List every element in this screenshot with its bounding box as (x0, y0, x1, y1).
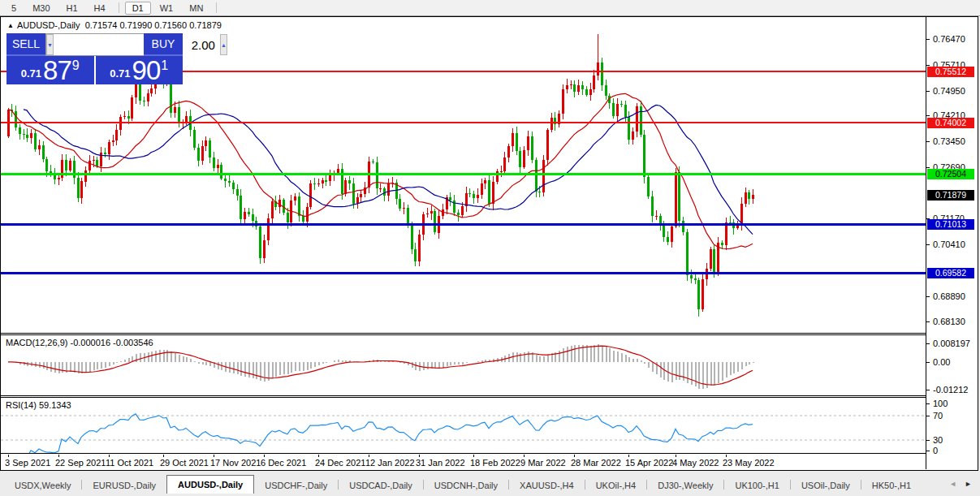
macd-tick-label: 0.00 (933, 357, 950, 367)
rsi-tick-label: 70 (933, 411, 943, 421)
tab-scroll-left-icon[interactable]: ◄ (949, 480, 956, 488)
tab-eurusddaily[interactable]: EURUSD-,Daily (82, 478, 166, 494)
date-tick-label: 24 Dec 2021 (315, 458, 365, 468)
toolbar-separator (216, 2, 217, 13)
date-tick-label: 29 Oct 2021 (160, 458, 209, 468)
timeframe-button-d1[interactable]: D1 (125, 2, 151, 15)
rsi-pane[interactable] (1, 398, 926, 453)
tab-ukoilh4[interactable]: UKOil-,H4 (585, 478, 647, 494)
date-tick-mark (369, 455, 369, 457)
date-tick-label: 9 Mar 2022 (520, 458, 566, 468)
rsi-tick-mark (926, 416, 930, 416)
date-tick-mark (524, 455, 525, 457)
volume-increase-icon[interactable]: ▲ (220, 34, 227, 55)
date-tick-mark (163, 455, 164, 457)
tab-uk100h1[interactable]: UK100-,H1 (724, 478, 789, 494)
date-tick-mark (58, 455, 59, 457)
buy-price-pip: 1 (161, 58, 168, 73)
buy-price-big: 90 (132, 58, 161, 83)
volume-stepper: ▼ ▲ (45, 33, 144, 56)
macd-tick-mark (926, 343, 930, 344)
horizontal-level-lines[interactable] (1, 71, 926, 273)
price-axis[interactable]: 0.764700.757100.749500.742100.734500.726… (926, 17, 978, 469)
price-tick-mark (926, 321, 930, 322)
rsi-tick-label: 0 (933, 446, 938, 455)
date-tick-mark (318, 455, 319, 457)
timeframe-button-mn[interactable]: MN (182, 2, 210, 15)
trading-terminal: 5M30H1H4D1W1MN ▲AUDUSD-,Daily 0.71574 0.… (0, 0, 980, 496)
buy-price-box[interactable]: 0.71901 (96, 56, 183, 84)
level-price-badge: 0.69582 (927, 268, 974, 278)
date-tick-label: 17 Nov 2021 (210, 458, 261, 468)
tab-usoildaily[interactable]: USOil-,Daily (791, 478, 861, 494)
tab-dj30weekly[interactable]: DJ30-,Weekly (647, 478, 723, 494)
date-tick-label: 6 Dec 2021 (261, 458, 306, 468)
price-tick-mark (926, 244, 930, 245)
date-tick-mark (676, 455, 676, 457)
date-tick-mark (109, 455, 110, 457)
sell-price-box[interactable]: 0.71879 (6, 56, 94, 84)
current-price-badge: 0.71879 (927, 190, 974, 201)
price-tick-mark (926, 39, 930, 40)
rsi-line (8, 414, 753, 453)
rsi-tick-label: 30 (933, 435, 943, 445)
chart-window: ▲AUDUSD-,Daily 0.71574 0.71990 0.71560 0… (0, 16, 978, 471)
tab-audusddaily[interactable]: AUDUSD-,Daily (166, 475, 254, 494)
sell-price-pip: 9 (72, 58, 80, 73)
price-tick-label: 0.73450 (933, 136, 965, 146)
buy-button[interactable]: BUY (144, 33, 183, 56)
macd-indicator-label: MACD(12,26,9) -0.000016 -0.003546 (6, 338, 153, 347)
tab-scroll-controls: ◄ ► (949, 480, 972, 488)
date-tick-mark (419, 455, 420, 457)
date-tick-label: 4 May 2022 (672, 458, 719, 468)
tab-xauusdh4[interactable]: XAUUSD-,H4 (509, 478, 585, 494)
tab-hk50h1[interactable]: HK50-,H1 (861, 478, 922, 494)
price-tick-mark (926, 115, 930, 116)
sell-button[interactable]: SELL (6, 33, 45, 56)
pane-separator[interactable] (1, 395, 926, 396)
macd-tick-mark (926, 390, 930, 390)
timeframe-button-w1[interactable]: W1 (153, 2, 181, 15)
macd-tick-mark (926, 362, 930, 363)
date-tick-label: 3 Sep 2021 (5, 458, 50, 468)
price-tick-label: 0.68130 (933, 317, 965, 326)
buy-price-prefix: 0.71 (110, 67, 130, 80)
price-tick-label: 0.68890 (933, 291, 965, 301)
timeframe-button-h1[interactable]: H1 (59, 2, 85, 15)
chart-tab-bar: USDX,WeeklyEURUSD-,DailyAUDUSD-,DailyUSD… (0, 475, 942, 494)
date-tick-mark (726, 455, 727, 457)
price-tick-label: 0.76470 (933, 34, 965, 44)
rsi-indicator-label: RSI(14) 59.1343 (6, 400, 71, 410)
price-tick-mark (926, 141, 930, 142)
date-tick-mark (8, 455, 9, 457)
rsi-tick-mark (926, 440, 930, 441)
date-tick-label: 12 Jan 2022 (365, 458, 415, 468)
volume-input[interactable] (54, 34, 220, 55)
timeframe-button-h4[interactable]: H4 (87, 2, 113, 15)
timeframe-button-m30[interactable]: M30 (25, 2, 57, 15)
tab-scroll-right-icon[interactable]: ► (965, 480, 972, 488)
macd-signal-line (8, 346, 753, 385)
date-tick-label: 18 Feb 2022 (470, 458, 520, 468)
rsi-tick-mark (926, 403, 930, 404)
tab-usdcnhdaily[interactable]: USDCNH-,Daily (424, 478, 508, 494)
date-tick-mark (214, 455, 214, 457)
price-tick-label: 0.74950 (933, 86, 965, 96)
timeframe-button-5[interactable]: 5 (4, 2, 24, 15)
date-tick-mark (264, 455, 265, 457)
date-axis[interactable]: 3 Sep 202122 Sep 202111 Oct 202129 Oct 2… (1, 455, 926, 469)
price-tick-mark (926, 65, 930, 66)
timeframe-toolbar: 5M30H1H4D1W1MN (0, 0, 980, 16)
price-tick-mark (926, 296, 930, 297)
tab-usdxweekly[interactable]: USDX,Weekly (4, 478, 81, 494)
tab-usdcaddaily[interactable]: USDCAD-,Daily (339, 478, 423, 494)
date-tick-label: 28 Mar 2022 (571, 458, 621, 468)
macd-tick-label: -0.01212 (933, 385, 968, 395)
volume-decrease-icon[interactable]: ▼ (46, 34, 54, 55)
pane-separator[interactable] (1, 333, 926, 334)
date-tick-mark (628, 455, 629, 457)
tab-usdchfdaily[interactable]: USDCHF-,Daily (254, 478, 338, 494)
pane-separator (1, 453, 926, 454)
date-tick-label: 23 May 2022 (723, 458, 775, 468)
level-price-badge: 0.74002 (927, 118, 974, 128)
